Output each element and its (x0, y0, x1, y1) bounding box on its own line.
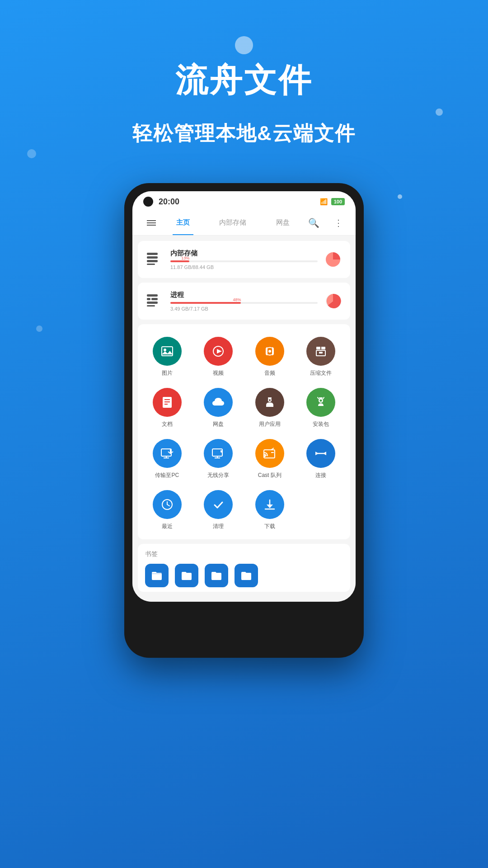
audio-item[interactable]: 音频 (244, 331, 296, 382)
recent-icon (153, 490, 182, 519)
internal-storage-fill: 13% (170, 260, 189, 262)
clean-item[interactable]: 清理 (193, 485, 244, 536)
more-options-icon[interactable]: ⋮ (330, 214, 347, 232)
tab-cloud[interactable]: 网盘 (272, 210, 293, 235)
clean-icon (204, 490, 233, 519)
svg-point-16 (269, 399, 271, 401)
tab-internal-storage[interactable]: 内部存储 (216, 210, 250, 235)
app-subtitle: 轻松管理本地&云端文件 (0, 120, 488, 147)
decorative-dot-2 (436, 108, 443, 116)
connect-label: 连接 (315, 472, 326, 479)
download-label: 下载 (264, 523, 275, 530)
svg-rect-25 (212, 449, 222, 456)
wireless-icon (204, 439, 233, 468)
video-item[interactable]: 视频 (193, 331, 244, 382)
video-icon (204, 337, 233, 366)
main-content: 内部存储 13% 11.87 GB/88.44 GB (132, 236, 356, 602)
bookmark-folder-3[interactable] (205, 564, 228, 587)
cast-label: Cast 队列 (258, 472, 282, 479)
apk-icon (306, 388, 335, 417)
battery-indicator: 100 (331, 198, 345, 205)
tab-home[interactable]: 主页 (173, 210, 193, 235)
docs-item[interactable]: 文档 (141, 382, 193, 434)
decorative-dot-4 (398, 194, 402, 199)
process-name: 进程 (170, 291, 318, 299)
wireless-item[interactable]: 无线分享 (193, 434, 244, 485)
apps-label: 用户应用 (259, 420, 281, 428)
recent-item[interactable]: 最近 (141, 485, 193, 536)
cast-item[interactable]: Cast 队列 (244, 434, 296, 485)
decorative-dot-5 (36, 326, 42, 332)
download-item[interactable]: 下载 (244, 485, 296, 536)
docs-icon (153, 388, 182, 417)
svg-point-19 (320, 400, 322, 402)
audio-label: 音频 (264, 369, 275, 377)
header: 流舟文件 轻松管理本地&云端文件 (0, 0, 488, 160)
netdisk-icon (204, 388, 233, 417)
download-icon (255, 490, 284, 519)
connect-icon (306, 439, 335, 468)
menu-button[interactable] (141, 212, 161, 234)
svg-point-3 (164, 349, 166, 351)
connect-item[interactable]: 连接 (296, 434, 347, 485)
phone-screen: 20:00 📶 100 主页 内部存储 (132, 191, 356, 602)
bookmark-icons (145, 564, 343, 587)
decorative-dot-3 (27, 149, 36, 158)
apps-icon (255, 388, 284, 417)
status-right: 📶 100 (320, 198, 345, 205)
svg-rect-17 (268, 397, 272, 399)
process-size: 3.49 GB/7.17 GB (170, 306, 318, 311)
internal-storage-progress: 13% (170, 260, 318, 262)
docs-label: 文档 (162, 420, 173, 428)
hamburger-icon (147, 220, 156, 226)
nav-actions: 🔍 ⋮ (305, 214, 347, 232)
photos-label: 图片 (162, 369, 173, 377)
process-pie (325, 293, 341, 309)
icon-grid-section: 图片 视频 (138, 324, 350, 539)
transfer-item[interactable]: 传输至PC (141, 434, 193, 485)
process-progress: 48% (170, 302, 318, 304)
apk-item[interactable]: 安装包 (296, 382, 347, 434)
top-navigation: 主页 内部存储 网盘 🔍 ⋮ (132, 210, 356, 236)
internal-storage-size: 11.87 GB/88.44 GB (170, 264, 318, 270)
bookmark-section: 书签 (138, 544, 350, 592)
process-card[interactable]: 进程 48% 3.49 GB/7.17 GB (138, 283, 350, 320)
icon-grid: 图片 视频 (141, 331, 347, 536)
photos-item[interactable]: 图片 (141, 331, 193, 382)
nav-tabs: 主页 内部存储 网盘 (161, 210, 305, 235)
phone-mockup: 20:00 📶 100 主页 内部存储 (124, 183, 364, 658)
cast-icon (255, 439, 284, 468)
wireless-label: 无线分享 (207, 472, 229, 479)
svg-marker-37 (267, 505, 273, 508)
process-fill: 48% (170, 302, 241, 304)
bookmark-folder-2[interactable] (175, 564, 198, 587)
svg-point-29 (264, 455, 266, 457)
search-icon[interactable]: 🔍 (305, 214, 323, 232)
status-left: 20:00 (143, 197, 179, 207)
clean-label: 清理 (213, 523, 224, 530)
archive-label: 压缩文件 (310, 369, 332, 377)
app-title: 流舟文件 (0, 59, 488, 102)
photos-icon (153, 337, 182, 366)
bookmark-folder-4[interactable] (235, 564, 258, 587)
transfer-icon (153, 439, 182, 468)
svg-rect-20 (319, 397, 323, 399)
storage-icon (147, 253, 163, 266)
internal-storage-name: 内部存储 (170, 249, 318, 258)
netdisk-item[interactable]: 网盘 (193, 382, 244, 434)
archive-icon (306, 337, 335, 366)
svg-marker-5 (217, 349, 222, 354)
internal-storage-card[interactable]: 内部存储 13% 11.87 GB/88.44 GB (138, 241, 350, 278)
recent-label: 最近 (162, 523, 173, 530)
wifi-icon: 📶 (320, 198, 328, 205)
netdisk-label: 网盘 (213, 420, 224, 428)
bookmark-folder-1[interactable] (145, 564, 169, 587)
svg-marker-31 (315, 452, 319, 455)
svg-point-6 (268, 350, 271, 353)
apk-label: 安装包 (313, 420, 329, 428)
apps-item[interactable]: 用户应用 (244, 382, 296, 434)
archive-item[interactable]: 压缩文件 (296, 331, 347, 382)
decorative-dot-1 (235, 36, 253, 54)
status-time: 20:00 (159, 197, 179, 207)
svg-line-35 (167, 505, 169, 506)
